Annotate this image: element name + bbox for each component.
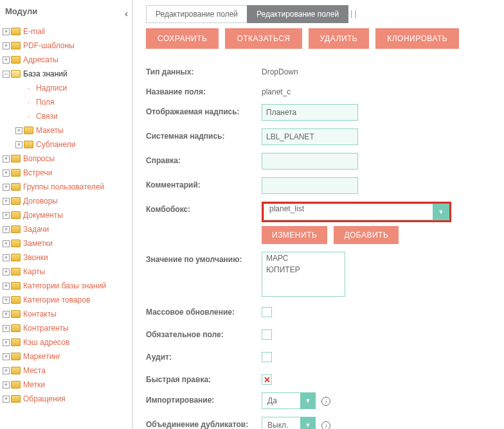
folder-icon	[11, 155, 21, 162]
inline-edit-checkbox[interactable]: ✕	[262, 374, 272, 385]
sidebar-item-label: Места	[23, 366, 46, 375]
plus-icon[interactable]: +	[3, 184, 10, 191]
folder-icon	[11, 268, 21, 276]
clone-button[interactable]: КЛОНИРОВАТЬ	[375, 28, 459, 49]
sidebar-item[interactable]: +PDF-шаблоны	[3, 39, 132, 53]
fieldname-value: planet_c	[262, 84, 291, 96]
plus-icon[interactable]: +	[3, 198, 10, 205]
sidebar-item[interactable]: +Категории базы знаний	[3, 279, 132, 293]
combobox-select-highlighted[interactable]: planet_list ▼	[262, 202, 451, 222]
info-icon[interactable]: i	[321, 421, 330, 429]
merge-select[interactable]: Выкл. ▼	[262, 417, 316, 429]
folder-icon	[11, 70, 21, 78]
import-value: Да	[262, 392, 300, 409]
plus-icon[interactable]: +	[3, 226, 10, 233]
sidebar-item[interactable]: ·Надписи	[15, 81, 132, 95]
plus-icon[interactable]: +	[3, 155, 10, 162]
sidebar-item[interactable]: +Обращения	[3, 392, 132, 406]
plus-icon[interactable]: +	[3, 170, 10, 177]
plus-icon[interactable]: +	[3, 283, 10, 290]
plus-icon[interactable]: +	[3, 396, 10, 403]
default-value-list[interactable]: МАРС ЮПИТЕР	[262, 252, 345, 297]
plus-icon[interactable]: +	[15, 127, 22, 134]
sidebar-item-label: Встречи	[23, 168, 52, 177]
comment-input[interactable]	[262, 177, 358, 194]
plus-icon[interactable]: +	[3, 240, 10, 247]
sidebar-item[interactable]: +Карты	[3, 265, 132, 279]
folder-icon	[24, 141, 33, 148]
system-label-input[interactable]	[262, 128, 358, 145]
merge-label: Объединение дубликатов:	[146, 417, 262, 429]
sidebar-item[interactable]: +Договоры	[3, 194, 132, 208]
sidebar-item-label: Задачи	[23, 225, 49, 234]
sidebar-item[interactable]: −База знаний	[3, 67, 132, 81]
sidebar-item[interactable]: +Задачи	[3, 222, 132, 236]
display-label-input[interactable]	[262, 104, 358, 121]
edit-list-button[interactable]: ИЗМЕНИТЬ	[262, 226, 327, 244]
sidebar-item[interactable]: +Встречи	[3, 166, 132, 180]
folder-icon	[11, 310, 21, 318]
sidebar-item[interactable]: +Места	[3, 363, 132, 378]
sidebar-item[interactable]: +E-mail	[3, 24, 132, 39]
sidebar-item[interactable]: +Группы пользователей	[3, 180, 132, 194]
sidebar-item-label: Вопросы	[23, 154, 55, 163]
required-checkbox[interactable]	[262, 329, 272, 340]
sidebar-item[interactable]: +Макеты	[15, 123, 132, 137]
save-button[interactable]: СОХРАНИТЬ	[146, 28, 219, 49]
inline-edit-label: Быстрая правка:	[146, 372, 262, 384]
plus-icon[interactable]: +	[3, 381, 10, 389]
minus-icon[interactable]: −	[3, 71, 10, 78]
sidebar-item-label: Категории товаров	[23, 295, 90, 304]
dot-icon: ·	[24, 98, 33, 106]
plus-icon[interactable]: +	[3, 311, 10, 318]
list-item[interactable]: МАРС	[262, 252, 345, 264]
plus-icon[interactable]: +	[3, 254, 10, 261]
info-icon[interactable]: i	[321, 397, 330, 406]
plus-icon[interactable]: +	[3, 28, 10, 35]
plus-icon[interactable]: +	[3, 212, 10, 219]
sidebar-item-label: Категории базы знаний	[23, 281, 106, 290]
plus-icon[interactable]: +	[3, 297, 10, 304]
sidebar-item-label: Звонки	[23, 253, 48, 262]
delete-button[interactable]: УДАЛИТЬ	[309, 28, 370, 49]
sidebar-item[interactable]: +Вопросы	[3, 152, 132, 166]
sidebar-item[interactable]: ·Связи	[15, 109, 132, 123]
import-select[interactable]: Да ▼	[262, 392, 316, 409]
datatype-value: DropDown	[262, 64, 298, 76]
collapse-sidebar-icon[interactable]: ‹	[125, 8, 128, 19]
sidebar-item[interactable]: +Звонки	[3, 250, 132, 265]
plus-icon[interactable]: +	[3, 353, 10, 360]
sidebar-item[interactable]: +Контакты	[3, 307, 132, 321]
folder-icon	[11, 338, 21, 346]
add-list-button[interactable]: ДОБАВИТЬ	[334, 226, 399, 244]
datatype-label: Тип данных:	[146, 64, 262, 76]
plus-icon[interactable]: +	[3, 268, 10, 276]
mass-update-checkbox[interactable]	[262, 307, 272, 317]
chevron-down-icon[interactable]: ▼	[433, 204, 449, 220]
sidebar-item[interactable]: +Заметки	[3, 236, 132, 250]
tab-field-editing-2[interactable]: Редактирование полей	[247, 5, 348, 23]
plus-icon[interactable]: +	[3, 339, 10, 346]
sidebar-item[interactable]: +Адресаты	[3, 53, 132, 67]
plus-icon[interactable]: +	[3, 367, 10, 374]
sidebar-item[interactable]: +Метки	[3, 378, 132, 392]
help-input[interactable]	[262, 153, 358, 170]
sidebar-title: Модули	[0, 0, 132, 22]
audit-checkbox[interactable]	[262, 352, 272, 362]
tab-field-editing-1[interactable]: Редактирование полей	[146, 5, 248, 23]
sidebar-item[interactable]: +Контрагенты	[3, 321, 132, 335]
folder-icon	[11, 183, 21, 191]
plus-icon[interactable]: +	[3, 325, 10, 332]
sidebar-item[interactable]: +Кэш адресов	[3, 335, 132, 349]
sidebar-item[interactable]: +Маркетинг	[3, 349, 132, 363]
sidebar-item[interactable]: ·Поля	[15, 95, 132, 109]
plus-icon[interactable]: +	[15, 141, 22, 148]
cancel-button[interactable]: ОТКАЗАТЬСЯ	[225, 28, 302, 49]
plus-icon[interactable]: +	[3, 57, 10, 64]
list-item[interactable]: ЮПИТЕР	[262, 264, 345, 276]
tab-bar: Редактирование полей Редактирование поле…	[146, 5, 496, 23]
sidebar-item[interactable]: +Субпанели	[15, 137, 132, 152]
sidebar-item[interactable]: +Документы	[3, 208, 132, 222]
plus-icon[interactable]: +	[3, 42, 10, 49]
sidebar-item[interactable]: +Категории товаров	[3, 293, 132, 307]
